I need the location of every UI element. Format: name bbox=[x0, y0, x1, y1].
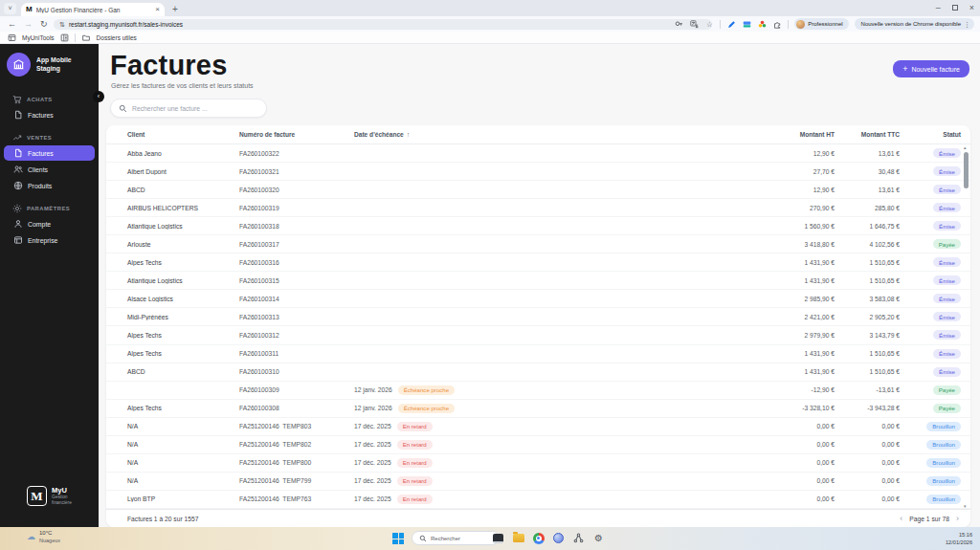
scrollbar-thumb[interactable] bbox=[964, 152, 969, 188]
window-app-icon[interactable] bbox=[492, 532, 504, 544]
invoice-icon bbox=[13, 148, 23, 158]
invoice-row[interactable]: ABCDFA26010032012,90 €13,61 €Émise bbox=[106, 181, 970, 199]
window-controls: – × bbox=[936, 1, 974, 14]
invoice-row[interactable]: Midi-PyrénéesFA2601003132 421,00 €2 905,… bbox=[106, 308, 970, 326]
invoice-row[interactable]: AIRBUS HELICOPTERSFA260100319270,90 €285… bbox=[106, 199, 970, 217]
cell-amount-ttc: -3 943,28 € bbox=[835, 405, 900, 411]
browser-tab[interactable]: M MyU Gestion Financière - Gan × bbox=[21, 3, 165, 16]
cell-status: Émise bbox=[900, 294, 961, 303]
settings-gear-icon[interactable]: ⚙ bbox=[592, 532, 605, 544]
status-badge: Payée bbox=[933, 239, 961, 249]
extension-bars-icon[interactable] bbox=[742, 19, 751, 29]
start-button[interactable] bbox=[392, 533, 404, 544]
sidebar-collapse-button[interactable]: ‹ bbox=[93, 91, 104, 102]
due-date-badge: Échéance proche bbox=[398, 404, 455, 413]
site-settings-icon[interactable]: ⇅ bbox=[59, 21, 65, 28]
status-badge: Émise bbox=[933, 349, 961, 359]
taskbar-clock[interactable]: 15:16 12/01/2026 bbox=[946, 531, 972, 546]
invoice-row[interactable]: ArlousteFA2601003173 418,80 €4 102,56 €P… bbox=[106, 235, 970, 253]
plus-icon: + bbox=[902, 65, 907, 74]
status-badge: Brouillon bbox=[926, 458, 961, 468]
invoice-row[interactable]: FA26010030912 janv. 2026Échéance proche-… bbox=[106, 382, 970, 400]
bookmark-folder-dossiers-utiles[interactable]: Dossiers utiles bbox=[97, 34, 137, 41]
invoice-row[interactable]: Alpes TechsFA26010030812 janv. 2026Échéa… bbox=[106, 400, 970, 418]
previous-page-icon[interactable]: ‹ bbox=[900, 515, 902, 523]
sort-ascending-icon[interactable]: ↑ bbox=[407, 131, 411, 138]
invoice-row[interactable]: N/AFA251200146_TEMP79917 déc. 2025En ret… bbox=[106, 473, 970, 491]
next-page-icon[interactable]: › bbox=[956, 515, 959, 523]
tab-close-icon[interactable]: × bbox=[155, 6, 160, 13]
column-header-number[interactable]: Numéro de facture bbox=[239, 131, 354, 138]
tab-search-button[interactable]: ˅ bbox=[4, 3, 16, 14]
invoice-icon bbox=[13, 110, 23, 120]
section-label: VENTES bbox=[27, 135, 52, 141]
search-input[interactable]: Rechercher une facture ... bbox=[110, 99, 267, 118]
cell-amount-ht: 0,00 € bbox=[746, 441, 835, 448]
sidebar-item-clients[interactable]: Clients bbox=[4, 162, 95, 177]
reload-icon[interactable]: ↻ bbox=[40, 20, 48, 29]
sidebar-item-achats-factures[interactable]: Factures bbox=[4, 107, 95, 122]
invoice-row[interactable]: Alpes TechsFA2601003111 431,90 €1 510,65… bbox=[106, 345, 970, 363]
reading-list-icon[interactable] bbox=[60, 33, 69, 42]
cell-amount-ht: 12,90 € bbox=[746, 187, 835, 193]
column-header-amount-ht[interactable]: Montant HT bbox=[746, 131, 835, 138]
bookmark-item-myunitools[interactable]: MyUniTools bbox=[22, 34, 55, 41]
invoice-row[interactable]: Atlantique LogisticsFA2601003151 431,90 … bbox=[106, 272, 970, 290]
color-wheel-icon[interactable] bbox=[757, 19, 767, 29]
sidebar-item-entreprise[interactable]: Entreprise bbox=[4, 232, 95, 248]
invoice-row[interactable]: Albert DupontFA26010032127,70 €30,48 €Ém… bbox=[106, 163, 970, 181]
invoice-row[interactable]: N/AFA251200146_TEMP80317 déc. 2025En ret… bbox=[106, 418, 970, 436]
snipping-tool-icon[interactable] bbox=[552, 532, 565, 544]
column-header-client[interactable]: Client bbox=[127, 131, 239, 138]
sidebar-item-compte[interactable]: Compte bbox=[4, 216, 95, 231]
extensions-puzzle-icon[interactable] bbox=[772, 19, 782, 29]
invoice-row[interactable]: Alpes TechsFA2601003161 431,90 €1 510,65… bbox=[106, 253, 970, 272]
trend-icon bbox=[12, 133, 22, 143]
status-badge: Émise bbox=[933, 148, 961, 158]
address-bar[interactable]: ⇅ restart.staging.myunisoft.fr/sales-inv… bbox=[54, 19, 712, 31]
browser-menu-icon[interactable]: ⋮ bbox=[964, 21, 970, 28]
invoice-row[interactable]: ABCDFA2601003101 431,90 €1 510,65 €Émise bbox=[106, 363, 970, 382]
cart-icon bbox=[12, 95, 22, 104]
column-header-due-date[interactable]: Date d'échéance↑ bbox=[354, 131, 746, 138]
share-icon[interactable] bbox=[572, 532, 585, 544]
passkey-icon[interactable] bbox=[674, 19, 683, 29]
cell-amount-ttc: 3 143,79 € bbox=[835, 332, 900, 339]
column-header-status[interactable]: Statut bbox=[900, 131, 961, 138]
extension-pen-icon[interactable] bbox=[726, 19, 736, 29]
table-footer: Factures 1 à 20 sur 1557 ‹ Page 1 sur 78… bbox=[106, 509, 970, 527]
table-scrollbar[interactable]: ▲ ▼ bbox=[962, 145, 969, 509]
window-minimize-button[interactable]: – bbox=[936, 4, 941, 12]
column-header-amount-ttc[interactable]: Montant TTC bbox=[835, 131, 900, 138]
status-badge: Brouillon bbox=[926, 495, 961, 504]
due-date-badge: En retard bbox=[397, 422, 433, 431]
file-explorer-icon[interactable] bbox=[512, 532, 524, 544]
bookmark-star-icon[interactable]: ☆ bbox=[704, 19, 714, 29]
chrome-icon[interactable] bbox=[532, 532, 545, 544]
status-badge: Émise bbox=[933, 330, 961, 340]
invoice-row[interactable]: Abba JeanoFA26010032212,90 €13,61 €Émise bbox=[106, 144, 970, 163]
back-icon[interactable]: ← bbox=[8, 20, 16, 29]
new-tab-button[interactable]: + bbox=[172, 3, 178, 15]
due-date-text: 17 déc. 2025 bbox=[354, 423, 391, 429]
forward-icon[interactable]: → bbox=[24, 20, 33, 29]
taskbar-weather-widget[interactable]: ☁ 10°C Nuageux bbox=[27, 530, 60, 543]
taskbar-search[interactable]: Rechercher bbox=[412, 531, 500, 545]
translate-icon[interactable] bbox=[689, 19, 699, 29]
cell-client: AIRBUS HELICOPTERS bbox=[127, 205, 239, 211]
window-maximize-button[interactable] bbox=[952, 5, 958, 11]
invoice-row[interactable]: Alpes TechsFA2601003122 979,90 €3 143,79… bbox=[106, 326, 970, 344]
profile-chip[interactable]: Professionnel bbox=[794, 18, 848, 30]
taskbar: ☁ 10°C Nuageux Rechercher ⚙ 15:16 12/ bbox=[0, 527, 980, 550]
chrome-update-button[interactable]: Nouvelle version de Chrome disponible ⋮ bbox=[855, 18, 974, 30]
invoice-row[interactable]: Lyon BTPFA251200146_TEMP76317 déc. 2025E… bbox=[106, 491, 970, 509]
window-close-button[interactable]: × bbox=[969, 4, 974, 12]
invoice-row[interactable]: Alsace LogisticsFA2601003142 985,90 €3 5… bbox=[106, 290, 970, 308]
invoice-row[interactable]: Atlantique LogisticsFA2601003181 560,90 … bbox=[106, 217, 970, 235]
invoice-row[interactable]: N/AFA251200146_TEMP80217 déc. 2025En ret… bbox=[106, 436, 970, 454]
new-invoice-button[interactable]: + Nouvelle facture bbox=[893, 60, 969, 77]
invoice-row[interactable]: N/AFA251200146_TEMP80017 déc. 2025En ret… bbox=[106, 454, 970, 473]
scrollbar-up-icon[interactable]: ▲ bbox=[963, 145, 967, 150]
sidebar-item-ventes-factures[interactable]: Factures bbox=[4, 145, 95, 161]
sidebar-item-produits[interactable]: Produits bbox=[4, 178, 95, 193]
